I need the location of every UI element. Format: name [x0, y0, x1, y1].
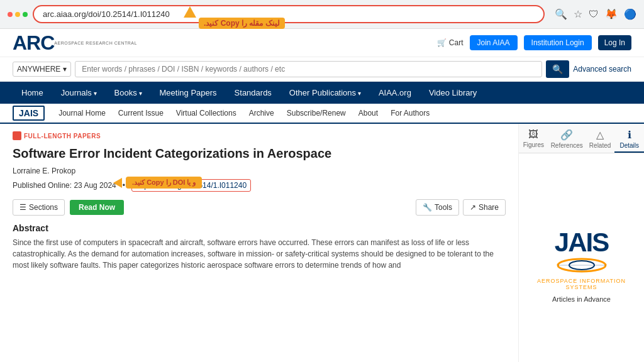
articles-in-advance: Articles in Advance: [552, 295, 611, 303]
details-icon: ℹ: [628, 129, 631, 141]
arc-logo-text: ARC: [13, 33, 54, 53]
cart-icon: 🛒: [437, 38, 447, 47]
arc-logo: ARC AEROSPACE RESEARCH CENTRAL: [13, 33, 137, 53]
article-actions: ☰ Sections Read Now 🔧 Tools ↗ Share: [13, 199, 506, 216]
nav-journals[interactable]: Journals: [52, 82, 106, 104]
references-icon: 🔗: [560, 129, 573, 141]
browser-chrome: لینک مقله را Copy کنید. 🔍 ☆ 🛡 🦊 🔵: [0, 0, 644, 29]
jais-subtitle: AEROSPACE INFORMATION SYSTEMS: [535, 278, 629, 290]
site-header: ARC AEROSPACE RESEARCH CENTRAL 🛒 Cart Jo…: [0, 29, 644, 57]
close-dot: [8, 12, 13, 17]
profile-icon[interactable]: 🦊: [605, 8, 618, 20]
badge-icon: [13, 131, 21, 140]
abstract-title: Abstract: [13, 223, 506, 233]
nav-standards[interactable]: Standards: [226, 82, 280, 104]
right-sidebar: 🖼 Figures 🔗 References △ Related ℹ Detai…: [518, 124, 644, 362]
nav-books[interactable]: Books: [106, 82, 151, 104]
annotation-label: لینک مقله را Copy کنید.: [199, 18, 285, 29]
advanced-search-link[interactable]: Advanced search: [573, 65, 631, 74]
link-copy-annotation: لینک مقله را Copy کنید.: [184, 6, 285, 29]
search-bar: ANYWHERE ▾ 🔍 Advanced search: [0, 57, 644, 82]
jais-sidebar-logo: JAIS AEROSPACE INFORMATION SYSTEMS: [535, 229, 629, 290]
subnav-about[interactable]: About: [352, 104, 384, 123]
article-type-badge: FULL-LENGTH PAPERS: [13, 131, 506, 140]
shield-icon: 🛡: [589, 9, 599, 20]
sub-nav: JAIS Journal Home Current Issue Virtual …: [0, 104, 644, 124]
search-button[interactable]: 🔍: [546, 60, 569, 78]
address-bar[interactable]: [33, 5, 545, 23]
cart-label: Cart: [449, 38, 464, 47]
list-icon: ☰: [19, 203, 26, 212]
read-now-button[interactable]: Read Now: [70, 200, 124, 215]
bookmark-icon[interactable]: ☆: [574, 8, 582, 20]
article-author: Lorraine E. Prokop: [13, 167, 506, 175]
sidebar-content: JAIS AEROSPACE INFORMATION SYSTEMS Artic…: [519, 153, 644, 362]
related-label: Related: [589, 142, 611, 149]
sections-label: Sections: [29, 203, 58, 212]
search-icon[interactable]: 🔍: [555, 8, 567, 20]
doi-annotation-arrow: [113, 178, 122, 188]
header-right: 🛒 Cart Join AIAA Institution Login Log I…: [437, 35, 631, 50]
chevron-down-icon: ▾: [63, 65, 67, 74]
article-meta: Published Online: 23 Aug 2024 • https://…: [13, 179, 506, 192]
references-label: References: [551, 142, 583, 149]
doi-annotation-label: و یا DOI را Copy کنید.: [126, 177, 202, 189]
address-bar-wrapper: لینک مقله را Copy کنید.: [33, 5, 545, 23]
jais-logo: JAIS: [13, 106, 45, 121]
figures-label: Figures: [523, 141, 544, 148]
nav-other-publications[interactable]: Other Publications: [280, 82, 370, 104]
nav-video-library[interactable]: Video Library: [420, 82, 486, 104]
doi-copy-annotation: و یا DOI را Copy کنید.: [113, 177, 202, 189]
maximize-dot: [23, 12, 28, 17]
details-label: Details: [619, 142, 639, 149]
join-aiaa-button[interactable]: Join AIAA: [470, 35, 518, 50]
related-icon: △: [596, 129, 604, 141]
share-icon: ↗: [470, 203, 476, 212]
browser-icons: 🔍 ☆ 🛡 🦊 🔵: [555, 8, 636, 20]
login-button[interactable]: Log In: [598, 35, 631, 50]
minimize-dot: [15, 12, 20, 17]
annotation-arrow: [184, 6, 196, 18]
arc-logo-subtitle: AEROSPACE RESEARCH CENTRAL: [54, 41, 137, 45]
jais-ring-graphic: [557, 256, 607, 275]
nav-home[interactable]: Home: [13, 82, 52, 104]
nav-meeting-papers[interactable]: Meeting Papers: [151, 82, 226, 104]
search-scope-dropdown[interactable]: ANYWHERE ▾: [13, 62, 71, 77]
subnav-journal-home[interactable]: Journal Home: [52, 104, 112, 123]
tools-button[interactable]: 🔧 Tools: [416, 199, 459, 216]
published-date: Published Online: 23 Aug 2024: [13, 181, 116, 190]
subnav-current-issue[interactable]: Current Issue: [112, 104, 170, 123]
browser-window-controls: [8, 12, 28, 17]
content-area: FULL-LENGTH PAPERS Software Error Incide…: [0, 124, 644, 362]
nav-aiaa-org[interactable]: AIAA.org: [370, 82, 420, 104]
right-actions: 🔧 Tools ↗ Share: [416, 199, 506, 216]
cart-area[interactable]: 🛒 Cart: [437, 38, 464, 47]
sidebar-tab-figures[interactable]: 🖼 Figures: [519, 124, 548, 153]
figures-icon: 🖼: [528, 129, 538, 140]
subnav-archive[interactable]: Archive: [243, 104, 280, 123]
sidebar-tab-references[interactable]: 🔗 References: [548, 124, 586, 153]
jais-big-text: JAIS: [535, 229, 629, 256]
subnav-for-authors[interactable]: For Authors: [384, 104, 436, 123]
main-content: FULL-LENGTH PAPERS Software Error Incide…: [0, 124, 518, 362]
article-title: Software Error Incident Categorizations …: [13, 145, 506, 162]
main-nav: Home Journals Books Meeting Papers Stand…: [0, 82, 644, 104]
abstract-text: Since the first use of computers in spac…: [13, 237, 506, 271]
sidebar-tabs: 🖼 Figures 🔗 References △ Related ℹ Detai…: [519, 124, 644, 153]
share-label: Share: [479, 203, 499, 212]
search-scope-label: ANYWHERE: [17, 65, 60, 74]
share-button[interactable]: ↗ Share: [463, 199, 506, 216]
tools-label: Tools: [435, 203, 452, 212]
subnav-virtual-collections[interactable]: Virtual Collections: [170, 104, 243, 123]
badge-label: FULL-LENGTH PAPERS: [24, 133, 101, 140]
sidebar-tab-details[interactable]: ℹ Details: [614, 124, 644, 153]
subnav-subscribe-renew[interactable]: Subscribe/Renew: [280, 104, 352, 123]
sections-button[interactable]: ☰ Sections: [13, 199, 65, 216]
menu-icon[interactable]: 🔵: [624, 8, 636, 20]
search-input[interactable]: [75, 61, 542, 77]
sidebar-tab-related[interactable]: △ Related: [586, 124, 615, 153]
institution-login-button[interactable]: Institution Login: [524, 35, 592, 50]
tools-icon: 🔧: [423, 203, 432, 212]
